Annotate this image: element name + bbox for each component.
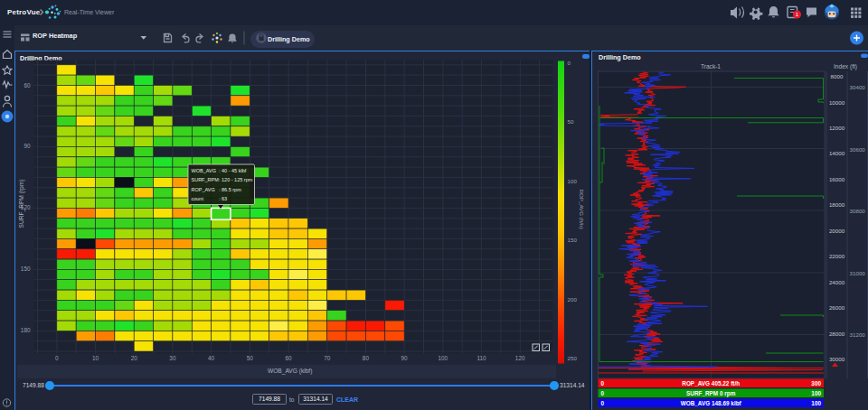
svg-text:Drilling Demo: Drilling Demo (599, 53, 641, 61)
svg-text:0: 0 (568, 60, 571, 66)
svg-text:WOB_AVG 148.69 klbf: WOB_AVG 148.69 klbf (681, 400, 742, 406)
svg-text:70: 70 (324, 355, 331, 361)
svg-text:150: 150 (568, 237, 578, 243)
svg-text:SURF_RPM: SURF_RPM (192, 177, 220, 182)
svg-text:SURF_RPM 0 rpm: SURF_RPM 0 rpm (686, 390, 736, 397)
svg-text:10: 10 (92, 355, 99, 361)
svg-text:count: count (192, 196, 204, 201)
svg-text:60: 60 (24, 82, 31, 89)
svg-text:60: 60 (285, 355, 292, 361)
svg-text:WOB_AVG: WOB_AVG (192, 168, 216, 173)
svg-text:30400: 30400 (850, 84, 866, 90)
svg-text:ROP_AVG: ROP_AVG (192, 187, 215, 192)
svg-text:20000: 20000 (829, 228, 845, 234)
svg-text:80: 80 (363, 355, 370, 361)
svg-text:31000: 31000 (850, 270, 866, 276)
svg-text:180: 180 (21, 327, 31, 333)
svg-text:30800: 30800 (850, 208, 866, 214)
svg-text:14000: 14000 (829, 150, 845, 156)
svg-text:31200: 31200 (850, 331, 866, 338)
svg-text:120: 120 (515, 355, 525, 361)
svg-text:24000: 24000 (829, 279, 845, 285)
svg-text:ROP_AVG 405.22 ft/h: ROP_AVG 405.22 ft/h (682, 380, 740, 387)
svg-text:18000: 18000 (829, 201, 845, 208)
svg-text:0: 0 (601, 390, 605, 396)
svg-text:50: 50 (247, 355, 254, 361)
svg-text:0: 0 (601, 400, 605, 406)
svg-text:30000: 30000 (829, 356, 845, 362)
svg-text:30600: 30600 (850, 146, 866, 153)
svg-text:100: 100 (811, 400, 821, 406)
svg-text:ROP_AVG (ft/h): ROP_AVG (ft/h) (579, 190, 585, 229)
svg-text:0: 0 (601, 380, 605, 387)
svg-text:250: 250 (568, 355, 578, 361)
svg-text:12000: 12000 (829, 125, 845, 131)
svg-text:40: 40 (208, 355, 215, 361)
svg-text:20: 20 (131, 355, 138, 361)
svg-text:: 120 - 125 rpm: : 120 - 125 rpm (219, 177, 253, 182)
svg-text:22000: 22000 (829, 253, 845, 259)
svg-text:26000: 26000 (829, 304, 845, 311)
svg-text:: 40 - 45 klbf: : 40 - 45 klbf (219, 168, 247, 173)
svg-text:: 86.5 rpm: : 86.5 rpm (219, 187, 241, 192)
svg-text:0: 0 (55, 355, 59, 361)
svg-text:Track-1: Track-1 (701, 63, 721, 70)
svg-text:100: 100 (568, 178, 578, 184)
svg-text:: 63: : 63 (219, 196, 227, 201)
svg-text:110: 110 (476, 355, 486, 361)
svg-text:50: 50 (568, 118, 574, 125)
svg-text:300: 300 (811, 380, 821, 387)
svg-text:30: 30 (169, 355, 176, 361)
svg-text:100: 100 (811, 390, 821, 396)
svg-text:10000: 10000 (829, 99, 845, 106)
svg-text:8000: 8000 (831, 73, 844, 79)
svg-text:100: 100 (438, 355, 448, 361)
svg-text:200: 200 (568, 296, 578, 303)
svg-text:90: 90 (401, 355, 409, 361)
svg-text:28000: 28000 (829, 331, 845, 337)
svg-text:16000: 16000 (829, 176, 845, 182)
svg-text:150: 150 (21, 266, 31, 272)
svg-text:Index (ft): Index (ft) (834, 63, 857, 70)
svg-text:90: 90 (24, 143, 31, 149)
